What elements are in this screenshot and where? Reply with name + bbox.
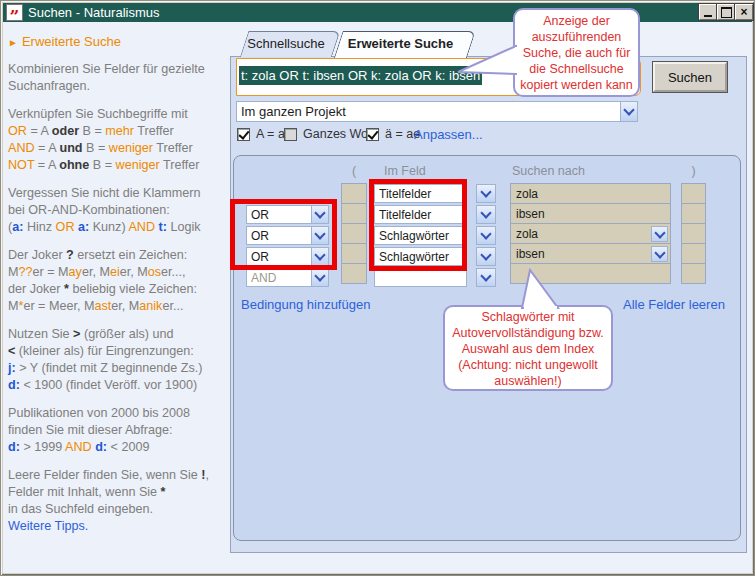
close-paren-cell-row3[interactable] [681,223,706,244]
close-paren-cell-row1[interactable] [681,183,706,204]
sidebar-text-segment: os [148,265,161,279]
sidebar-line: Verknüpfen Sie Suchbegriffe mit [8,106,232,123]
sidebar-text-segment: Hinz [23,220,55,234]
sidebar-text-segment: beliebig viele Zeichen: [69,282,197,296]
sidebar-paragraph: Vergessen Sie nicht die Klammernbei OR-A… [8,185,232,236]
field-dropdown-button-row2[interactable] [476,205,496,224]
app-icon: ” [6,4,23,21]
sidebar-help-text: Kombinieren Sie Felder für gezielteSucha… [8,61,232,535]
search-term-input-row4[interactable]: ibsen [510,243,671,264]
sidebar-text-segment: t: [159,220,167,234]
field-dropdown-button-row3[interactable] [476,226,496,245]
sidebar-text-segment: Kombinieren Sie Felder für gezielte [8,62,205,76]
scope-select[interactable]: Im ganzen Projekt [236,101,638,122]
chevron-down-icon [654,247,665,258]
term-index-dropdown-button-row4[interactable] [651,246,668,262]
checkbox-a-equals-a[interactable] [237,128,250,141]
sidebar-text-segment: M [8,265,19,279]
sidebar-text-segment: Verknüpfen Sie Suchbegriffe mit [8,107,188,121]
maximize-button[interactable] [717,4,735,20]
callout-tail-up-icon [516,268,566,310]
open-paren-cell-row5[interactable] [341,263,367,284]
sidebar-text-segment: ?? [19,265,33,279]
chevron-down-icon [480,207,491,218]
sidebar-line: d: < 1900 (findet Veröff. vor 1900) [8,377,232,394]
sidebar-text-segment: AND [8,141,35,155]
sidebar-text-segment: er... [162,299,183,313]
sidebar-line: M??er = Mayer, Meier, Moser..., [8,264,232,281]
checkbox-umlaut[interactable] [366,128,379,141]
sidebar-text-segment: Treffer [160,158,200,172]
sidebar-line: Weitere Tipps. [8,518,232,535]
app-window: ” Suchen - Naturalismus × ►Erweiterte Su… [0,0,755,576]
field-dropdown-button-row4[interactable] [476,247,496,266]
sidebar-line: der Joker * beliebig viele Zeichen: [8,281,232,298]
search-term-input-row1[interactable]: zola [510,183,671,204]
sidebar-text-segment: OR [56,220,75,234]
sidebar-text-segment: Vergessen Sie nicht die Klammern [8,186,201,200]
sidebar-text-segment: B = [83,141,109,155]
sidebar-text-segment: NOT [8,158,34,172]
open-paren-cell-row1[interactable] [341,183,367,204]
sidebar-text-segment: er, M [111,299,139,313]
sidebar-text-segment: ohne [59,158,89,172]
sidebar-text-segment: < 1900 (findet Veröff. vor 1900) [20,378,197,392]
operator-select-row5[interactable]: AND [246,268,329,287]
weitere-tipps-link[interactable]: Weitere Tipps. [8,519,88,533]
tab-erweiterte-suche[interactable]: Erweiterte Suche [334,31,467,58]
sidebar-text-segment: anik [139,299,162,313]
option-ganzes-wort: Ganzes Wort [284,127,376,141]
search-term-value [511,264,670,267]
minimize-button[interactable] [699,4,717,20]
close-paren-cell-row4[interactable] [681,243,706,264]
sidebar-text-segment: Logik [167,220,201,234]
field-dropdown-button-row1[interactable] [476,184,496,203]
sidebar-paragraph: Kombinieren Sie Felder für gezielteSucha… [8,61,232,95]
option-umlaut: ä = ae [366,127,420,141]
annotation-rect-operators [230,199,337,270]
search-term-input-row3[interactable]: zola [510,223,671,244]
sidebar-text-segment: Felder mit Inhalt, wenn Sie [8,485,161,499]
open-paren-cell-row2[interactable] [341,203,367,224]
sidebar-text-segment: (größer als) und [80,327,173,341]
sidebar-text-segment: a: [12,220,23,234]
open-paren-cell-row4[interactable] [341,243,367,264]
dropdown-button[interactable] [620,102,637,121]
search-term-value: zola [511,224,670,241]
close-paren-cell-row5[interactable] [681,263,706,284]
open-paren-cell-row3[interactable] [341,223,367,244]
field-dropdown-button-row5[interactable] [476,268,496,287]
sidebar-text-segment: AND [65,440,92,454]
sidebar-line: < (kleiner als) für Eingrenzungen: [8,343,232,360]
suchen-button[interactable]: Suchen [653,62,727,92]
sidebar-text-segment: d: [95,440,107,454]
tab-schnellsuche[interactable]: Schnellsuche [240,31,332,57]
sidebar-text-segment: Suchanfragen. [8,79,90,93]
sidebar-heading: ►Erweiterte Suche [8,33,232,51]
add-condition-link[interactable]: Bedingung hinzufügen [241,297,370,312]
search-term-input-row2[interactable]: ibsen [510,203,671,224]
operator-value: AND [247,269,311,286]
sidebar-line: d: > 1999 AND d: < 2009 [8,439,232,456]
sidebar-text-segment: ei [110,265,120,279]
selected-query-text: t: zola OR t: ibsen OR k: zola OR k: ibs… [239,66,482,85]
chevron-down-icon [623,104,634,115]
header-suchen-nach: Suchen nach [512,164,585,178]
sidebar-line: AND = A und B = weniger Treffer [8,140,232,157]
sidebar-line: finden Sie mit dieser Abfrage: [8,422,232,439]
sidebar-text-segment: Treffer [153,141,193,155]
close-icon: × [740,7,747,17]
close-button[interactable]: × [735,4,753,20]
chevron-down-icon [654,227,665,238]
close-paren-cell-row2[interactable] [681,203,706,224]
annotation-rect-fields [369,179,467,271]
search-term-value: zola [511,184,670,201]
sidebar-line: in das Suchfeld eingeben. [8,501,232,518]
operator-dropdown-button-row5[interactable] [311,269,328,286]
clear-fields-link[interactable]: Alle Felder leeren [623,297,725,312]
term-index-dropdown-button-row3[interactable] [651,226,668,242]
checkbox-ganzes-wort[interactable] [284,128,297,141]
sidebar-text-segment: oder [52,124,79,138]
anpassen-link[interactable]: Anpassen... [414,127,483,142]
sidebar-text-segment: d: [8,378,20,392]
